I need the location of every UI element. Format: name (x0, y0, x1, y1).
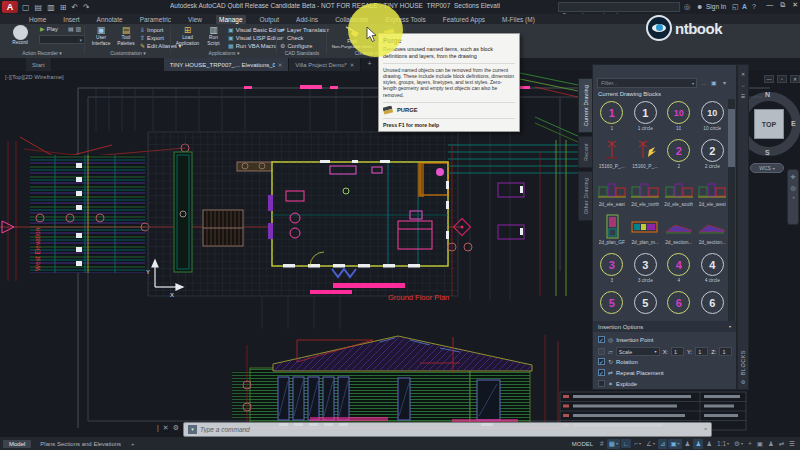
filter-dropdown-caret[interactable]: ▾ (692, 81, 696, 86)
layer-translator-button[interactable]: ⇄Layer Translator (280, 26, 329, 33)
layout-tab-plans-sections[interactable]: Plans Sections and Elevations (34, 440, 127, 448)
scale-z-field[interactable]: 1 (719, 347, 732, 356)
tool-palettes-button[interactable]: ▤ Tool Palettes (114, 25, 138, 46)
run-script-button[interactable]: ▥ Run Script (202, 25, 225, 46)
status-dynamic-input[interactable]: ∟ (621, 439, 631, 448)
status-annotation-autoscale[interactable]: ♟ (704, 439, 714, 449)
status-graphics-performance[interactable]: ⇄ (777, 439, 786, 449)
sign-in-button[interactable]: Sign In (706, 3, 726, 10)
status-snap-mode[interactable]: ▦▾ (607, 439, 620, 449)
block-item-2d-ele-east[interactable]: 2d_ele_east (595, 175, 629, 213)
ribbon-tab-output[interactable]: Output (257, 15, 283, 24)
check-button[interactable]: ✓Check (280, 34, 329, 41)
ribbon-tab-manage[interactable]: Manage (216, 15, 246, 24)
palette-scrollbar-thumb[interactable] (728, 109, 735, 167)
navigation-bar[interactable]: ✛ ◎ ◔ (787, 169, 799, 225)
doc-minimize-button[interactable]: — (764, 75, 774, 83)
status-object-snap[interactable]: ▣▾ (668, 439, 681, 449)
scale-dropdown[interactable]: Scale▾ (616, 347, 660, 356)
palette-tab-recent[interactable]: Recent (578, 136, 592, 168)
block-item-2[interactable]: 22 (662, 137, 696, 175)
status-status-customize-add[interactable]: + (746, 439, 754, 448)
block-item-10[interactable]: 1010 (662, 99, 696, 137)
scale-x-field[interactable]: 1 (671, 347, 684, 356)
viewcube-north[interactable]: N (765, 91, 770, 98)
rotation-checkbox[interactable]: ✓ (598, 358, 605, 365)
close-tab-icon[interactable]: ✕ (278, 62, 283, 68)
status-object-snap-caret[interactable]: ▾ (678, 441, 680, 446)
insertion-options-header[interactable]: Insertion Options▾ (593, 321, 736, 332)
insertion-point-checkbox[interactable]: ✓ (598, 336, 605, 343)
status-workspace-switching[interactable]: ⚙▾ (732, 439, 745, 449)
block-item-2d-ele-north[interactable]: 2d_ele_north (629, 175, 663, 213)
block-item-15160-p-[interactable]: 15160_P_... (629, 137, 663, 175)
pan-icon[interactable]: ✛ (790, 173, 795, 180)
save-macro-icon[interactable]: ▥ (76, 25, 82, 32)
status-workspace-switching-caret[interactable]: ▾ (741, 441, 743, 446)
model-tab[interactable]: Model (3, 440, 31, 448)
status-annotation-scale-caret[interactable]: ▾ (727, 441, 729, 446)
block-item-3[interactable]: 33 (595, 251, 629, 289)
user-icon[interactable]: ☻ (696, 3, 703, 10)
panel-label-customization[interactable]: Customization ▾ (86, 50, 170, 56)
palette-close-icon[interactable]: ✕ (741, 71, 745, 77)
ribbon-tab-featured-apps[interactable]: Featured Apps (440, 15, 488, 24)
block-item-1[interactable]: 11 (595, 99, 629, 137)
load-application-button[interactable]: ⊞ Load Application (174, 25, 201, 46)
status-polar-tracking-caret[interactable]: ▾ (653, 441, 655, 446)
doc-restore-button[interactable]: ▫ (777, 75, 787, 83)
ribbon-tab-insert[interactable]: Insert (60, 15, 82, 24)
ribbon-tab-view[interactable]: View (185, 15, 205, 24)
collapse-caret-icon[interactable]: ▾ (729, 324, 731, 329)
status-annotation-scale[interactable]: 1:1▾ (715, 439, 731, 448)
save-icon[interactable]: ▥ (47, 3, 55, 12)
close-tab-icon[interactable]: ✕ (350, 62, 355, 68)
palette-autohide-icon[interactable]: ⇔ (741, 82, 746, 88)
explode-checkbox[interactable]: ✓ (598, 380, 605, 387)
block-item-2d-section-[interactable]: 2d_section... (696, 213, 730, 251)
status-hardware-acceleration[interactable]: ▣ (755, 439, 765, 449)
scale-option[interactable]: ▱ Scale▾ X:1 Y:1 Z:1 (598, 347, 732, 356)
ribbon-tab-annotate[interactable]: Annotate (94, 15, 126, 24)
panel-label-applications[interactable]: Applications ▾ (172, 50, 276, 56)
new-layout-button[interactable]: + (131, 441, 135, 447)
action-macro-dropdown[interactable]: ▾ (39, 35, 85, 44)
palette-gear-icon[interactable]: ⚙ (741, 379, 745, 385)
help-search-box[interactable] (558, 2, 680, 12)
new-file-icon[interactable]: ▢ (22, 3, 30, 12)
status-osnap-tracking[interactable]: ⊿ (658, 439, 667, 449)
rotation-option[interactable]: ✓ ↻ Rotation (598, 358, 638, 365)
block-item-4[interactable]: 44 (662, 251, 696, 289)
open-file-icon[interactable]: ▤ (35, 3, 43, 12)
store-cart-icon[interactable]: ◱ (732, 3, 739, 11)
block-item-1-circle[interactable]: 11 circle (629, 99, 663, 137)
command-suggest-icon[interactable]: ▾ (188, 425, 197, 434)
block-item-10-circle[interactable]: 1010 circle (696, 99, 730, 137)
ribbon-tab-m-files-m-[interactable]: M-Files (M) (499, 15, 538, 24)
viewcube-east[interactable]: E (791, 120, 796, 127)
panel-label-cad-standards[interactable]: CAD Standards (278, 50, 326, 56)
blocks-filter-input[interactable] (598, 80, 692, 86)
status-ortho-mode-caret[interactable]: ▾ (639, 441, 641, 446)
zoom-icon[interactable]: ◎ (790, 184, 795, 191)
help-icon[interactable]: ? (752, 3, 756, 10)
block-item-15160-p-[interactable]: 15160_P_... (595, 137, 629, 175)
palette-tab-other-drawing[interactable]: Other Drawing (578, 171, 592, 221)
command-collapse-icon[interactable]: ^ (704, 427, 707, 433)
restore-button[interactable]: ⧉ (780, 1, 785, 9)
status-ortho-mode[interactable]: ⌐▾ (632, 439, 643, 448)
explode-option[interactable]: ✓ ✶ Explode (598, 380, 637, 387)
autocad-logo-icon[interactable]: A (2, 1, 18, 13)
status-annotation-monitor[interactable]: ♟ (683, 439, 693, 449)
plot-icon[interactable]: ⊞ (60, 3, 67, 12)
insertion-point-option[interactable]: ✓ ◎ Insertion Point (598, 336, 653, 343)
close-button[interactable]: ✕ (792, 1, 798, 9)
block-item-2d-section-[interactable]: 2d_section... (662, 213, 696, 251)
wcs-dropdown[interactable]: WCS▾ (750, 163, 784, 173)
repeat-placement-option[interactable]: ✓ ⇄ Repeat Placement (598, 369, 664, 376)
block-item-4-circle[interactable]: 44 circle (696, 251, 730, 289)
ribbon-tab-add-ins[interactable]: Add-ins (293, 15, 321, 24)
status-polar-tracking[interactable]: ∠▾ (644, 439, 657, 449)
view-options-caret[interactable]: ▾ (723, 78, 726, 88)
file-tab-start[interactable]: Start (26, 58, 52, 71)
